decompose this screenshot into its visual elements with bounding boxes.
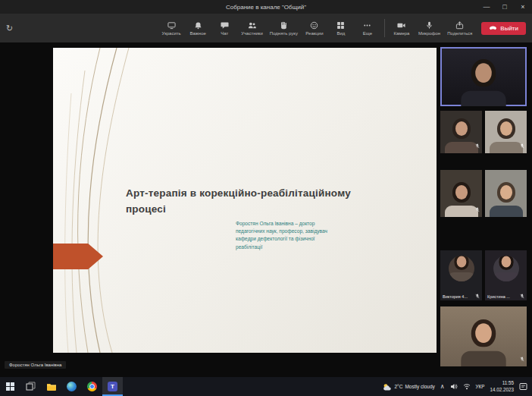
participant-tile[interactable]	[440, 170, 482, 217]
participant-tile[interactable]	[440, 111, 482, 153]
taskbar-weather[interactable]: 2°C Mostly cloudy	[383, 383, 434, 391]
mic-muted-icon	[520, 294, 524, 299]
camera-button[interactable]: Камера	[392, 21, 412, 36]
toolbar-label: Поделиться	[447, 31, 472, 36]
participant-tile-named[interactable]: Кристина ...	[485, 250, 527, 300]
weather-desc: Mostly cloudy	[405, 384, 434, 389]
hand-icon	[280, 21, 288, 30]
maximize-button[interactable]: □	[496, 0, 514, 14]
participant-name: Кристина ...	[487, 294, 510, 299]
toolbar-label: Поднять руку	[270, 31, 298, 36]
leave-label: Выйти	[500, 25, 518, 32]
mic-muted-icon	[475, 294, 480, 299]
task-view-icon	[26, 382, 36, 391]
presenter-name-tag: Форостян Ольга Іванівна	[5, 361, 66, 369]
people-icon	[248, 21, 256, 30]
participant-tile-active-speaker[interactable]	[440, 47, 527, 106]
clock-date: 14.02.2023	[490, 387, 514, 394]
participant-video	[445, 118, 478, 153]
grid-icon	[336, 21, 345, 30]
participant-name-row: Виктория 4...	[443, 294, 480, 299]
close-button[interactable]: ×	[514, 0, 532, 14]
participant-tile[interactable]	[485, 111, 527, 153]
slide-subtitle: Форостян Ольга Іванівна – доктор педагог…	[236, 220, 330, 251]
shared-slide: Арт-терапія в корекційно-реабілітаційном…	[53, 48, 437, 353]
avatar	[493, 256, 519, 281]
participant-video	[461, 59, 505, 106]
weather-temp: 2°C	[394, 384, 402, 389]
teams-meeting-window: Собрание в канале "Общий" — □ × ↻ Украси…	[0, 0, 532, 396]
start-button[interactable]	[0, 377, 20, 396]
microphone-button[interactable]: Микрофон	[418, 21, 440, 36]
view-button[interactable]: Вид	[331, 21, 351, 36]
file-explorer-button[interactable]	[41, 377, 61, 396]
chat-button[interactable]: Чат	[214, 21, 234, 36]
toolbar-device-group: Камера Микрофон Поделиться	[392, 21, 472, 36]
phone-icon	[489, 25, 497, 31]
more-icon	[363, 21, 371, 30]
more-button[interactable]: Еще	[358, 21, 377, 36]
tray-chevron-icon[interactable]: ∧	[440, 383, 445, 390]
system-tray: 2°C Mostly cloudy ∧ УКР 11:55 14.02.2023	[383, 380, 532, 393]
meeting-toolbar: ↻ Украсить Важное Чат Участники Поднять …	[0, 14, 532, 42]
participant-video	[461, 319, 505, 366]
meeting-stage: Арт-терапія в корекційно-реабілітаційном…	[0, 42, 532, 377]
participant-name-row: Кристина ...	[487, 294, 524, 299]
toolbar-divider	[384, 19, 385, 37]
monitor-icon	[167, 21, 176, 30]
toolbar-label: Чат	[221, 31, 228, 36]
toolbar-label: Участники	[241, 31, 263, 36]
slide-title: Арт-терапія в корекційно-реабілітаційном…	[126, 186, 365, 218]
network-icon[interactable]	[463, 383, 471, 390]
mic-muted-icon	[520, 351, 524, 365]
edge-button[interactable]	[61, 377, 82, 396]
participant-tile[interactable]	[485, 170, 527, 217]
teams-icon: T	[108, 382, 117, 391]
participant-tile[interactable]	[440, 306, 527, 366]
participant-name: Виктория 4...	[443, 294, 468, 299]
edge-icon	[67, 382, 77, 391]
camera-icon	[397, 21, 405, 30]
chrome-icon	[87, 382, 97, 391]
reactions-button[interactable]: Реакции	[305, 21, 324, 36]
toolbar-label: Еще	[363, 31, 372, 36]
toolbar-label: Микрофон	[418, 31, 440, 36]
toolbar-label: Вид	[336, 31, 345, 36]
leave-button[interactable]: Выйти	[481, 22, 526, 35]
window-controls: — □ ×	[477, 0, 532, 14]
taskbar-clock[interactable]: 11:55 14.02.2023	[490, 380, 514, 393]
important-button[interactable]: Важное	[188, 21, 208, 36]
minimize-button[interactable]: —	[477, 0, 496, 14]
participant-video	[445, 182, 478, 217]
participant-tile-named[interactable]: Виктория 4...	[440, 250, 482, 300]
windows-logo-icon	[6, 382, 14, 391]
toolbar-label: Камера	[393, 31, 409, 36]
folder-icon	[46, 382, 57, 391]
clock-time: 11:55	[490, 380, 514, 387]
task-view-button[interactable]	[20, 377, 41, 396]
window-title: Собрание в канале "Общий"	[226, 4, 306, 11]
notification-center-icon[interactable]	[519, 382, 527, 391]
participants-button[interactable]: Участники	[241, 21, 263, 36]
volume-icon[interactable]	[450, 383, 458, 390]
sync-icon[interactable]: ↻	[6, 24, 13, 33]
teams-button[interactable]: T	[102, 377, 123, 396]
avatar	[449, 256, 474, 281]
share-icon	[455, 21, 464, 30]
participant-video	[490, 118, 523, 153]
window-titlebar: Собрание в канале "Общий" — □ ×	[0, 0, 532, 14]
decorate-button[interactable]: Украсить	[161, 21, 181, 36]
toolbar-label: Реакции	[305, 31, 323, 36]
mic-muted-icon	[475, 202, 480, 215]
chrome-button[interactable]	[82, 377, 102, 396]
windows-taskbar: T 2°C Mostly cloudy ∧ УКР 11:55 14.02.20…	[0, 377, 532, 396]
language-indicator[interactable]: УКР	[476, 384, 485, 389]
partly-cloudy-icon	[383, 383, 392, 391]
toolbar-main-group: Украсить Важное Чат Участники Поднять ру…	[161, 21, 377, 36]
raise-hand-button[interactable]: Поднять руку	[270, 21, 298, 36]
mic-icon	[425, 21, 433, 30]
chat-icon	[221, 21, 229, 30]
toolbar-label: Украсить	[162, 31, 181, 36]
share-button[interactable]: Поделиться	[447, 21, 472, 36]
smiley-icon	[310, 21, 318, 30]
